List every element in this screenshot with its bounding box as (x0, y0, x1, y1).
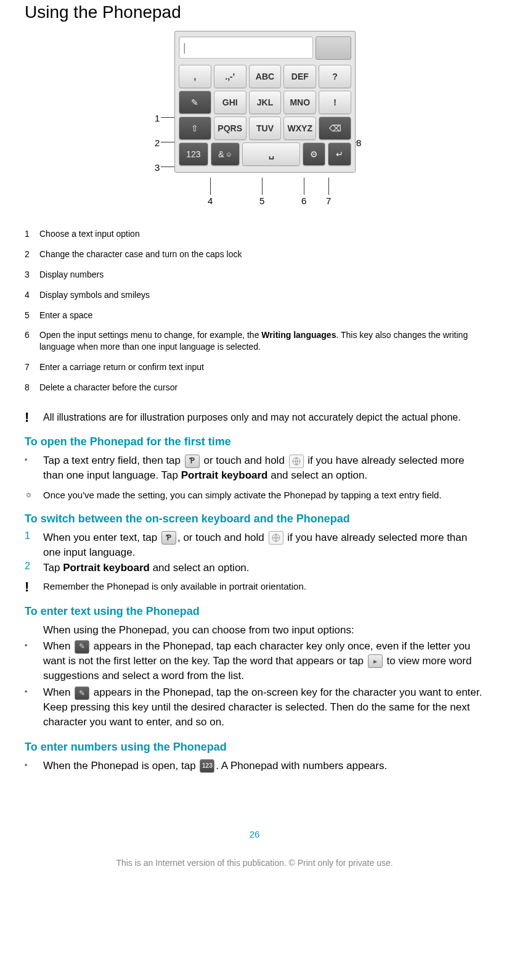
callout-7: 7 (326, 196, 331, 206)
p-key-icon: Ƥ (185, 455, 200, 468)
callout-5: 5 (259, 196, 264, 206)
important-icon: ! (25, 580, 29, 594)
tip-text: Once you've made the setting, you can si… (43, 489, 484, 501)
key-abc: ABC (249, 65, 282, 88)
legend-desc: Display numbers (39, 269, 104, 281)
portrait-note: ! Remember the Phonepad is only availabl… (25, 580, 484, 594)
legend-num: 1 (25, 228, 39, 240)
key-pqrs: PQRS (214, 117, 246, 140)
instruction-text: When ✎ appears in the Phonepad, tap the … (43, 685, 484, 729)
key-return: ↵ (328, 142, 351, 166)
legend-num: 6 (25, 329, 39, 353)
callout-4: 4 (208, 196, 213, 206)
bullet-icon: • (25, 685, 43, 729)
text-input-field: | (179, 36, 313, 59)
phonepad-figure: 1 2 3 8 4 5 6 7 | , .,-' (25, 31, 484, 210)
callout-3: 3 (155, 162, 160, 173)
pen-multi-icon: ✎ (75, 686, 89, 700)
legend-desc: Delete a character before the cursor (39, 382, 177, 393)
page-number: 26 (25, 829, 484, 839)
legend-desc: Change the character case and turn on th… (39, 249, 242, 260)
section-head-switch: To switch between the on-screen keyboard… (25, 513, 484, 525)
legend-num: 4 (25, 289, 39, 301)
tip-row: ☼ Once you've made the setting, you can … (25, 489, 484, 501)
key-ghi: GHI (214, 91, 246, 114)
legend-desc: Enter a carriage return or confirm text … (39, 361, 204, 373)
pen-auto-icon: ✎ (75, 640, 89, 654)
legend-num: 3 (25, 269, 39, 281)
instruction-text: When ✎ appears in the Phonepad, tap each… (43, 639, 484, 683)
arrow-right-icon: ▸ (368, 654, 383, 668)
step-text: Tap Portrait keyboard and select an opti… (43, 561, 484, 575)
step-num: 1 (25, 530, 43, 560)
phonepad-illustration: | , .,-' ABC DEF ? ✎ GHI JKL MNO ! (174, 31, 356, 173)
legend-num: 2 (25, 249, 39, 260)
key-wxyz: WXYZ (283, 117, 316, 140)
legend-desc: Display symbols and smileys (39, 289, 150, 301)
section-head-open-phonepad: To open the Phonepad for the first time (25, 435, 484, 448)
key-space: ␣ (242, 142, 299, 166)
note-text: All illustrations are for illustration p… (43, 411, 484, 424)
key-settings: ⚙ (303, 142, 326, 166)
callout-2: 2 (155, 138, 160, 148)
instruction-text: When the Phonepad is open, tap 123. A Ph… (43, 759, 484, 773)
key-exclaim: ! (319, 91, 351, 114)
key-jkl: JKL (249, 91, 282, 114)
callout-8: 8 (356, 138, 361, 148)
section-head-enter-numbers: To enter numbers using the Phonepad (25, 741, 484, 754)
bullet-icon: • (25, 759, 43, 773)
intro-text: When using the Phonepad, you can choose … (43, 623, 484, 638)
bullet-icon: • (25, 639, 43, 683)
step-num: 2 (25, 561, 43, 575)
p-key-icon: Ƥ (161, 531, 176, 545)
step-text: When you enter text, tap Ƥ, or touch and… (43, 530, 484, 560)
key-def: DEF (283, 65, 316, 88)
footer-note: This is an Internet version of this publ… (25, 858, 484, 868)
key-tuv: TUV (249, 117, 282, 140)
input-action-button (316, 36, 351, 60)
important-icon: ! (25, 411, 29, 424)
legend-desc: Enter a space (39, 310, 92, 321)
globe-icon (269, 531, 283, 545)
key-symbols: & (211, 142, 240, 166)
key-punct: .,-' (214, 65, 246, 88)
key-backspace: ⌫ (319, 117, 351, 140)
legend-list: 1Choose a text input option 2Change the … (25, 228, 484, 393)
legend-num: 8 (25, 382, 39, 393)
globe-icon (289, 455, 304, 468)
numbers-key-icon: 123 (200, 759, 214, 773)
illustration-note: ! All illustrations are for illustration… (25, 411, 484, 424)
callout-1: 1 (155, 113, 160, 123)
page-title: Using the Phonepad (25, 2, 484, 22)
key-shift: ⇧ (179, 117, 211, 140)
key-input-option: ✎ (179, 91, 211, 114)
note-text: Remember the Phonepad is only available … (43, 580, 484, 594)
legend-desc: Choose a text input option (39, 228, 140, 240)
tip-icon: ☼ (25, 489, 33, 501)
section-head-enter-text: To enter text using the Phonepad (25, 605, 484, 618)
key-comma: , (179, 65, 211, 88)
legend-desc: Open the input settings menu to change, … (39, 329, 484, 353)
key-mno: MNO (283, 91, 316, 114)
key-question: ? (319, 65, 351, 88)
key-numbers: 123 (179, 142, 208, 166)
instruction-text: Tap a text entry field, then tap Ƥ or to… (43, 453, 484, 483)
callout-6: 6 (301, 196, 306, 206)
bullet-icon: • (25, 453, 43, 483)
legend-num: 5 (25, 310, 39, 321)
legend-num: 7 (25, 361, 39, 373)
